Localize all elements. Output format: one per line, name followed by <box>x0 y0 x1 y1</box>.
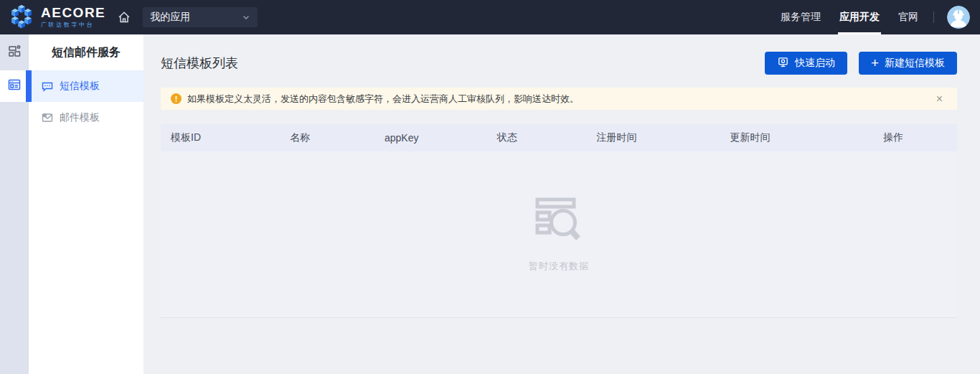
empty-search-icon <box>533 197 585 248</box>
plus-icon: + <box>871 56 879 70</box>
app-select-value: 我的应用 <box>150 11 190 24</box>
launch-monitor-icon <box>777 56 789 70</box>
quick-start-button[interactable]: 快速启动 <box>765 52 847 75</box>
sidebar: 短信邮件服务 短信模板 邮件模板 <box>29 34 143 374</box>
main-content: 短信模板列表 快速启动 + 新建短信模板 ! 如果模板定义太灵 <box>143 34 980 374</box>
window-icon <box>7 78 22 95</box>
sidebar-item-sms-template[interactable]: 短信模板 <box>29 70 143 102</box>
sidebar-item-email-template[interactable]: 邮件模板 <box>29 102 143 134</box>
column-header-update-time: 更新时间 <box>670 131 829 144</box>
nav-link-app-dev[interactable]: 应用开发 <box>830 0 889 34</box>
new-sms-template-button[interactable]: + 新建短信模板 <box>859 52 957 75</box>
apps-grid-icon <box>7 44 22 61</box>
notice-banner: ! 如果模板定义太灵活，发送的内容包含敏感字符，会进入运营商人工审核队列，影响送… <box>161 88 957 110</box>
nav-link-official-site[interactable]: 官网 <box>889 0 928 34</box>
email-envelope-icon <box>41 111 54 124</box>
top-navbar: AECORE 广联达数字中台 我的应用 服务管理 应用开发 官网 <box>0 0 980 34</box>
sidebar-item-label: 邮件模板 <box>60 111 100 124</box>
user-avatar[interactable] <box>947 6 970 29</box>
home-icon[interactable] <box>116 9 133 26</box>
brand-logo[interactable]: AECORE 广联达数字中台 <box>0 3 105 32</box>
nav-link-service-mgmt[interactable]: 服务管理 <box>771 0 830 34</box>
column-header-appkey: appKey <box>352 132 451 144</box>
rail-item-apps[interactable] <box>0 34 29 70</box>
rail-item-templates[interactable] <box>0 70 29 102</box>
sidebar-title: 短信邮件服务 <box>29 34 143 70</box>
cube-logo-icon <box>9 3 34 32</box>
brand-tagline: 广联达数字中台 <box>41 21 105 29</box>
column-header-status: 状态 <box>451 131 562 144</box>
icon-rail <box>0 34 29 374</box>
sms-chat-icon <box>41 80 54 93</box>
template-table: 模板ID 名称 appKey 状态 注册时间 更新时间 操作 暂时没有数据 <box>161 124 957 318</box>
column-header-register-time: 注册时间 <box>563 131 671 144</box>
warning-icon: ! <box>171 93 182 104</box>
brand-name: AECORE <box>41 6 105 20</box>
column-header-template-id: 模板ID <box>161 131 248 144</box>
chevron-down-icon <box>242 13 250 22</box>
page-title: 短信模板列表 <box>161 55 238 72</box>
nav-divider <box>933 11 934 23</box>
quick-start-label: 快速启动 <box>795 57 835 70</box>
column-header-name: 名称 <box>248 131 352 144</box>
table-header-row: 模板ID 名称 appKey 状态 注册时间 更新时间 操作 <box>161 124 957 151</box>
app-select-dropdown[interactable]: 我的应用 <box>143 7 258 27</box>
column-header-actions: 操作 <box>829 131 957 144</box>
new-template-label: 新建短信模板 <box>885 57 945 70</box>
table-empty-state: 暂时没有数据 <box>161 151 957 318</box>
notice-text: 如果模板定义太灵活，发送的内容包含敏感字符，会进入运营商人工审核队列，影响送达时… <box>187 93 579 106</box>
notice-close-icon[interactable]: × <box>932 93 947 106</box>
empty-state-text: 暂时没有数据 <box>529 260 589 273</box>
sidebar-item-label: 短信模板 <box>60 80 100 93</box>
